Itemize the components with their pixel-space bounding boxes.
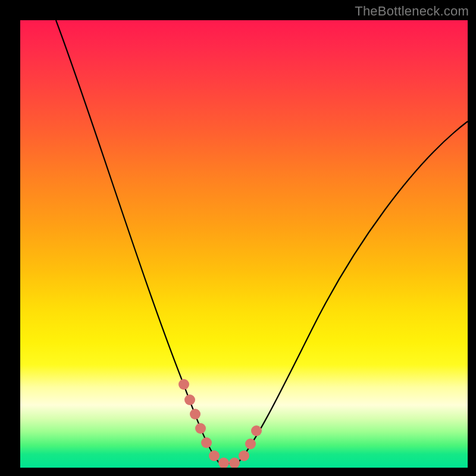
svg-point-5 xyxy=(209,450,220,461)
chart-frame: TheBottleneck.com xyxy=(0,0,476,476)
svg-point-9 xyxy=(245,439,256,449)
svg-point-1 xyxy=(184,394,195,405)
curve-layer xyxy=(20,20,468,468)
valley-markers xyxy=(178,379,262,468)
svg-point-2 xyxy=(190,409,201,419)
svg-point-4 xyxy=(201,437,212,448)
svg-point-6 xyxy=(218,458,229,468)
plot-area xyxy=(20,20,468,468)
bottleneck-curve xyxy=(56,20,468,464)
svg-point-10 xyxy=(251,425,262,436)
svg-point-3 xyxy=(195,423,206,434)
svg-point-7 xyxy=(229,458,240,468)
svg-point-8 xyxy=(239,450,249,461)
watermark-text: TheBottleneck.com xyxy=(355,4,469,19)
svg-point-0 xyxy=(178,379,189,390)
